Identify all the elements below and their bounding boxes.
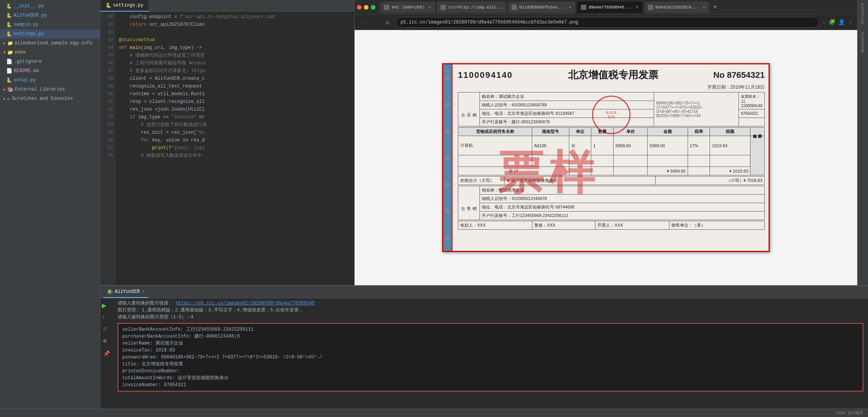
run-input-prompt: 请输入要转换的图片链接： https://p5.itc.cn/images01/… xyxy=(118,300,863,307)
file-icon: 📄 xyxy=(6,68,12,74)
invoice-right-number: No 87654321 xyxy=(713,70,765,80)
tab-close-4[interactable]: ✕ xyxy=(636,4,638,10)
invoice-left-strip xyxy=(443,64,453,251)
menu-icon[interactable]: ⋮ xyxy=(848,19,853,25)
file-tree: 🐍 __init__.py 🐍 AliYunOCR.py 🐍 sample.py… xyxy=(0,0,100,409)
run-output-line-7: printedInvoiceNumber: xyxy=(122,368,859,375)
invoice-tax-table: 价税合计（大写） ⊗ 柒仟零壹拾捌圆叁角叁分 （小写）¥ 7018.83 xyxy=(458,176,765,185)
tab-close-3[interactable]: ✕ xyxy=(569,4,572,10)
run-output-line-5: passwordArea: 60040186+982-79+7+><2 7<03… xyxy=(122,354,859,361)
run-output-line-6: title: 北京增值税专用发票 xyxy=(122,361,859,368)
run-pin-button[interactable]: 📌 xyxy=(102,349,111,358)
browser-tab-1[interactable]: 641 (600×266) ✕ xyxy=(380,2,435,13)
run-panel: ▶ AliYunOCR ✕ ▶ ↓ ↺ ⚙ 📌 请输入要转换的图片链接： htt… xyxy=(100,285,868,409)
run-output-line-4: invoiceTax: 1019.83 xyxy=(122,347,859,354)
python-file-icon: 🐍 xyxy=(6,3,12,9)
sidebar-item-external-libs[interactable]: 📚 External Libraries xyxy=(0,85,100,94)
run-tab-close[interactable]: ✕ xyxy=(142,289,145,294)
tab-settings-py[interactable]: 🐍 settings.py xyxy=(100,0,149,12)
folder-closed-icon xyxy=(3,96,7,102)
bookmarks-label[interactable]: Bookmarks xyxy=(861,32,865,52)
close-window-button[interactable] xyxy=(357,5,362,10)
tab-close-1[interactable]: ✕ xyxy=(429,4,431,10)
folder-closed-icon xyxy=(3,86,7,92)
browser-tab-4[interactable]: d9a4a776569545... ✕ xyxy=(577,2,642,13)
run-play-button[interactable]: ▶ xyxy=(102,301,111,310)
run-output-line-2: purchaserBankAccountInfo: 建行-0000123486|… xyxy=(122,333,859,340)
invoice-stamp: 验 旧 票监 制 xyxy=(592,96,631,134)
status-bar: CSDN @小瑞哥 xyxy=(0,409,868,417)
run-output-area: 请输入要转换的图片链接： https://p5.itc.cn/images01/… xyxy=(113,298,868,409)
line-numbers: 4041424344 4546474849 5051525354 5556575… xyxy=(100,12,116,285)
invoice-goods-table: 货物或应税劳务名称 规格型号 单位 数量 单价 金额 税率 税额 第二联抵扣联 xyxy=(458,127,765,175)
status-right-label: CSDN @小瑞哥 xyxy=(835,410,863,416)
invoice-left-number: 1100094140 xyxy=(458,70,513,80)
right-sidebar: Structure Bookmarks xyxy=(857,0,868,285)
run-output-line-9: invoiceNumber: 87654321 xyxy=(122,382,859,388)
library-icon: 📚 xyxy=(7,86,13,92)
tab-favicon-3 xyxy=(511,5,517,10)
profile-icon[interactable]: 👤 xyxy=(838,19,845,25)
reload-button[interactable]: ↻ xyxy=(383,18,392,27)
browser-navigation: ← → ↻ p5.itc.cn/images01/20200709/d9a4a7… xyxy=(355,15,857,30)
tab-favicon-2 xyxy=(441,5,446,10)
browser-tab-5[interactable]: B9A91913262DC9... ✕ xyxy=(644,2,709,13)
run-settings-button[interactable]: ⚙ xyxy=(102,336,111,346)
maximize-window-button[interactable] xyxy=(371,5,375,10)
invoice-title: 北京增值税专用发票 xyxy=(568,68,658,82)
invoice-date: 开票日期：2010年11月18日 xyxy=(458,84,765,91)
run-tab-aliyunocr[interactable]: ▶ AliYunOCR ✕ xyxy=(103,286,148,298)
sidebar-item-setup[interactable]: 🐍 setup.py xyxy=(0,76,100,85)
browser-panel: 641 (600×266) ✕ src=http://img.alic... ✕… xyxy=(355,0,857,285)
python-file-icon: 🐍 xyxy=(6,31,12,37)
code-lines: config.endpoint = f'ocr-api.cn-hangzhou.… xyxy=(116,12,354,285)
run-rerun-button[interactable]: ↺ xyxy=(102,323,111,333)
browser-tab-3[interactable]: 011dd0599bfb3ea... ✕ xyxy=(508,2,575,13)
structure-label[interactable]: Structure xyxy=(861,3,865,24)
sidebar-item-sample[interactable]: 🐍 sample.py xyxy=(0,20,100,29)
run-type-input: 请输入被转换的图片类型（1-5）：4 xyxy=(118,314,863,321)
browser-tab-bar: 641 (600×266) ✕ src=http://img.alic... ✕… xyxy=(355,0,857,15)
sidebar-item-settings[interactable]: 🐍 settings.py xyxy=(0,29,100,39)
scratch-icon: ✏️ xyxy=(7,96,10,102)
run-input-url[interactable]: https://p5.itc.cn/images01/20200709/d9a4… xyxy=(176,301,315,306)
forward-button[interactable]: → xyxy=(371,18,380,27)
sidebar-item-scratches[interactable]: ✏️ Scratches and Consoles xyxy=(0,94,100,103)
sidebar-item-egg-info[interactable]: 📁 alibabacloud_sample.egg-info xyxy=(0,39,100,48)
run-tab-bar: ▶ AliYunOCR ✕ xyxy=(100,286,868,298)
editor-tab-bar: 🐍 settings.py xyxy=(100,0,354,12)
extension-icon[interactable]: 🧩 xyxy=(829,19,835,25)
sidebar-item-venv[interactable]: 📁 venv xyxy=(0,48,100,57)
file-icon: 📄 xyxy=(6,59,12,65)
folder-icon: 📁 xyxy=(7,50,13,55)
invoice-footer-table: 收款人：XXX 复核：XXX 开票人：XXX 销售单位：（章） xyxy=(458,221,765,230)
code-editor: 🐍 settings.py 4041424344 4546474849 5051… xyxy=(100,0,355,285)
python-file-icon: 🐍 xyxy=(6,13,12,18)
sidebar-item-aliyunocr[interactable]: 🐍 AliYunOCR.py xyxy=(0,11,100,20)
browser-content-area: 1100094140 北京增值税专用发票 No 87654321 验 旧 票监 … xyxy=(355,30,857,285)
invoice-seller-table: 销售方 销名称：测试销方企业 纳税人识别号：410305012345678 地址… xyxy=(458,186,765,220)
run-side-toolbar: ▶ ↓ ↺ ⚙ 📌 xyxy=(100,298,113,409)
folder-icon: 📁 xyxy=(7,40,13,46)
run-icon: ▶ xyxy=(107,289,113,294)
minimize-window-button[interactable] xyxy=(364,5,368,10)
bookmark-icon[interactable]: ☆ xyxy=(823,19,826,25)
new-tab-button[interactable]: + xyxy=(711,3,720,11)
editor-code-area[interactable]: 4041424344 4546474849 5051525354 5556575… xyxy=(100,12,354,285)
sidebar-item-gitignore[interactable]: 📄 .gitignore xyxy=(0,57,100,66)
run-output-block: sellerBankAccountInfo: 工行123455668-23422… xyxy=(118,323,863,392)
back-button[interactable]: ← xyxy=(358,18,368,27)
url-bar[interactable]: p5.itc.cn/images01/20200709/d9a4a7765695… xyxy=(395,17,819,28)
python-file-icon: 🐍 xyxy=(6,22,12,28)
run-stop-button[interactable]: ↓ xyxy=(102,313,111,320)
browser-tab-2[interactable]: src=http://img.alic... ✕ xyxy=(437,2,506,13)
sidebar-item-readme[interactable]: 📄 README.md xyxy=(0,66,100,76)
invoice-header: 1100094140 北京增值税专用发票 No 87654321 xyxy=(458,68,765,82)
tab-favicon-4 xyxy=(581,5,586,10)
tab-close-5[interactable]: ✕ xyxy=(703,4,705,10)
run-output-line-3: sellerName: 测试领方企业 xyxy=(122,340,859,347)
invoice-image: 1100094140 北京增值税专用发票 No 87654321 验 旧 票监 … xyxy=(442,63,770,252)
run-output-line-8: totalAmountInWords: 柒仟零壹拾捌圆拐角叁分 xyxy=(122,375,859,382)
sidebar-item-init[interactable]: 🐍 __init__.py xyxy=(0,2,100,11)
run-output-line-1: sellerBankAccountInfo: 工行123455668-23422… xyxy=(122,326,859,333)
